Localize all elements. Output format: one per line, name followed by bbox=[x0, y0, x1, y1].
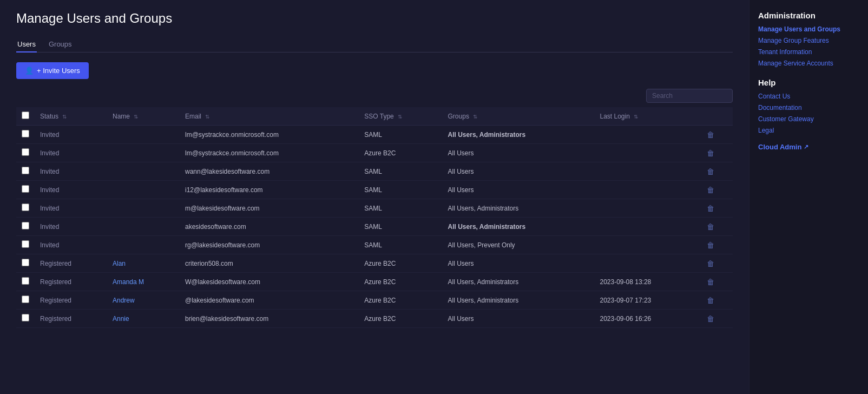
row-checkbox[interactable] bbox=[22, 240, 29, 248]
delete-icon[interactable]: 🗑 bbox=[707, 278, 714, 286]
row-checkbox[interactable] bbox=[22, 203, 29, 211]
cell-delete[interactable]: 🗑 bbox=[701, 126, 733, 144]
delete-icon[interactable]: 🗑 bbox=[707, 130, 714, 139]
row-checkbox[interactable] bbox=[22, 277, 29, 285]
cell-last-login bbox=[595, 126, 701, 144]
cell-status: Invited bbox=[35, 236, 107, 254]
sidebar-item-contact-us[interactable]: Contact Us bbox=[758, 93, 859, 100]
row-checkbox[interactable] bbox=[22, 130, 29, 137]
row-checkbox[interactable] bbox=[22, 185, 29, 193]
cell-delete[interactable]: 🗑 bbox=[701, 199, 733, 218]
delete-icon[interactable]: 🗑 bbox=[707, 204, 714, 213]
cell-groups: All Users, Administrators bbox=[443, 218, 595, 236]
cell-groups: All Users bbox=[443, 144, 595, 162]
select-all-checkbox[interactable] bbox=[22, 111, 29, 119]
search-input[interactable] bbox=[646, 89, 733, 103]
cell-delete[interactable]: 🗑 bbox=[701, 273, 733, 291]
cell-name[interactable]: Annie bbox=[107, 310, 180, 328]
cell-groups: All Users, Prevent Only bbox=[443, 236, 595, 254]
user-name-link[interactable]: Alan bbox=[113, 260, 126, 267]
sort-sso-icon[interactable]: ⇅ bbox=[398, 114, 402, 120]
row-checkbox[interactable] bbox=[22, 148, 29, 156]
main-content: Manage Users and Groups Users Groups 👤 +… bbox=[0, 0, 749, 394]
cell-delete[interactable]: 🗑 bbox=[701, 181, 733, 199]
cell-status: Invited bbox=[35, 218, 107, 236]
sort-last-login-icon[interactable]: ⇅ bbox=[634, 114, 638, 120]
sidebar-item-manage-service-accounts[interactable]: Manage Service Accounts bbox=[758, 60, 859, 67]
row-checkbox[interactable] bbox=[22, 222, 29, 229]
sidebar-item-tenant-information[interactable]: Tenant Information bbox=[758, 48, 859, 56]
table-row: Invitedwann@lakesidesoftware.comSAMLAll … bbox=[16, 162, 733, 181]
delete-icon[interactable]: 🗑 bbox=[707, 186, 714, 194]
row-checkbox[interactable] bbox=[22, 296, 29, 303]
sort-status-icon[interactable]: ⇅ bbox=[62, 114, 67, 120]
invite-users-button[interactable]: 👤 + Invite Users bbox=[16, 62, 89, 79]
delete-icon[interactable]: 🗑 bbox=[707, 259, 714, 268]
cell-name[interactable]: Andrew bbox=[107, 291, 180, 310]
col-name: Name ⇅ bbox=[107, 107, 180, 126]
cell-sso-type: SAML bbox=[359, 236, 442, 254]
external-link-icon: ↗ bbox=[804, 143, 808, 150]
cell-status: Invited bbox=[35, 181, 107, 199]
cell-email: lm@systrackce.onmicrosoft.com bbox=[180, 144, 359, 162]
cell-groups: All Users bbox=[443, 254, 595, 273]
sort-email-icon[interactable]: ⇅ bbox=[205, 114, 209, 120]
cell-last-login bbox=[595, 218, 701, 236]
users-table: Status ⇅ Name ⇅ Email ⇅ SSO Type ⇅ Group… bbox=[16, 107, 733, 328]
delete-icon[interactable]: 🗑 bbox=[707, 167, 714, 176]
delete-icon[interactable]: 🗑 bbox=[707, 314, 714, 323]
col-actions bbox=[701, 107, 733, 126]
cell-last-login: 2023-09-07 17:23 bbox=[595, 291, 701, 310]
delete-icon[interactable]: 🗑 bbox=[707, 296, 714, 305]
delete-icon[interactable]: 🗑 bbox=[707, 222, 714, 231]
cell-name[interactable]: Alan bbox=[107, 254, 180, 273]
cell-delete[interactable]: 🗑 bbox=[701, 291, 733, 310]
table-row: Invitedi12@lakesidesoftware.comSAMLAll U… bbox=[16, 181, 733, 199]
cell-status: Invited bbox=[35, 126, 107, 144]
cell-groups: All Users bbox=[443, 162, 595, 181]
cell-sso-type: SAML bbox=[359, 126, 442, 144]
cell-delete[interactable]: 🗑 bbox=[701, 218, 733, 236]
cell-name[interactable]: Amanda M bbox=[107, 273, 180, 291]
row-checkbox[interactable] bbox=[22, 314, 29, 321]
cell-name bbox=[107, 236, 180, 254]
tab-groups[interactable]: Groups bbox=[48, 37, 73, 52]
sidebar-item-manage-users[interactable]: Manage Users and Groups bbox=[758, 25, 859, 33]
cell-delete[interactable]: 🗑 bbox=[701, 144, 733, 162]
cell-name bbox=[107, 181, 180, 199]
cell-status: Registered bbox=[35, 273, 107, 291]
cell-sso-type: Azure B2C bbox=[359, 291, 442, 310]
delete-icon[interactable]: 🗑 bbox=[707, 241, 714, 249]
cell-delete[interactable]: 🗑 bbox=[701, 254, 733, 273]
tabs-bar: Users Groups bbox=[16, 37, 733, 52]
col-email: Email ⇅ bbox=[180, 107, 359, 126]
row-checkbox[interactable] bbox=[22, 167, 29, 174]
cell-sso-type: SAML bbox=[359, 199, 442, 218]
row-checkbox[interactable] bbox=[22, 259, 29, 266]
sort-name-icon[interactable]: ⇅ bbox=[134, 114, 138, 120]
sidebar-item-legal[interactable]: Legal bbox=[758, 127, 859, 134]
cell-delete[interactable]: 🗑 bbox=[701, 162, 733, 181]
tab-users[interactable]: Users bbox=[16, 37, 37, 52]
cell-email: m@lakesidesoftware.com bbox=[180, 199, 359, 218]
sidebar-item-customer-gateway[interactable]: Customer Gateway bbox=[758, 115, 859, 123]
table-row: Invitedrg@lakesidesoftware.comSAMLAll Us… bbox=[16, 236, 733, 254]
sidebar-item-manage-group-features[interactable]: Manage Group Features bbox=[758, 37, 859, 44]
user-name-link[interactable]: Amanda M bbox=[113, 278, 144, 286]
user-name-link[interactable]: Andrew bbox=[113, 297, 135, 304]
cell-status: Registered bbox=[35, 254, 107, 273]
cell-delete[interactable]: 🗑 bbox=[701, 310, 733, 328]
col-sso-type: SSO Type ⇅ bbox=[359, 107, 442, 126]
sidebar-item-documentation[interactable]: Documentation bbox=[758, 104, 859, 111]
select-all-header bbox=[16, 107, 35, 126]
cell-delete[interactable]: 🗑 bbox=[701, 236, 733, 254]
cell-sso-type: Azure B2C bbox=[359, 254, 442, 273]
cell-groups: All Users, Administrators bbox=[443, 291, 595, 310]
user-name-link[interactable]: Annie bbox=[113, 315, 129, 323]
sort-groups-icon[interactable]: ⇅ bbox=[473, 114, 477, 120]
user-plus-icon: 👤 bbox=[25, 67, 34, 75]
delete-icon[interactable]: 🗑 bbox=[707, 149, 714, 157]
col-last-login: Last Login ⇅ bbox=[595, 107, 701, 126]
cloud-admin-link[interactable]: Cloud Admin ↗ bbox=[758, 143, 859, 151]
cell-sso-type: SAML bbox=[359, 162, 442, 181]
